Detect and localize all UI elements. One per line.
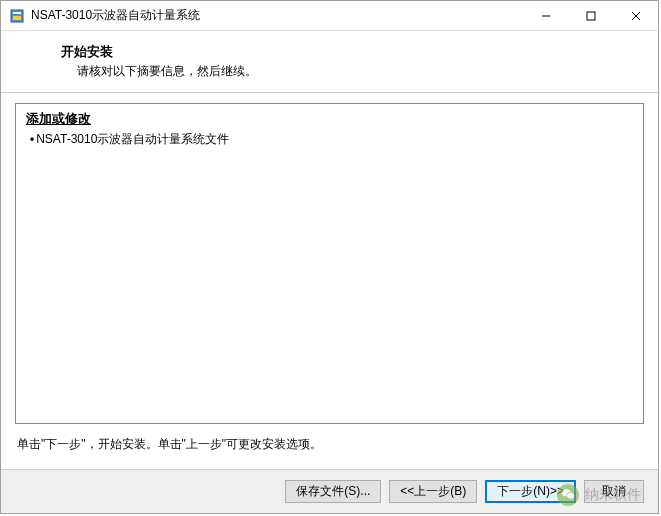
header-section: 开始安装 请核对以下摘要信息，然后继续。	[1, 31, 658, 93]
titlebar-controls	[523, 1, 658, 30]
svg-rect-1	[13, 12, 21, 14]
content-area: 添加或修改 •NSAT-3010示波器自动计量系统文件 单击"下一步"，开始安装…	[1, 93, 658, 469]
page-title: 开始安装	[61, 43, 658, 61]
next-button[interactable]: 下一步(N)>>	[485, 480, 576, 503]
instruction-text: 单击"下一步"，开始安装。单击"上一步"可更改安装选项。	[15, 432, 644, 461]
section-title: 添加或修改	[26, 110, 633, 128]
page-subtitle: 请核对以下摘要信息，然后继续。	[61, 63, 658, 80]
cancel-button[interactable]: 取消	[584, 480, 644, 503]
app-icon	[9, 8, 25, 24]
svg-rect-2	[13, 16, 21, 20]
bullet-icon: •	[30, 132, 34, 146]
back-button[interactable]: <<上一步(B)	[389, 480, 477, 503]
installer-window: NSAT-3010示波器自动计量系统 开始安装 请核对以下摘要信息，然后继续。 …	[0, 0, 659, 514]
maximize-button[interactable]	[568, 1, 613, 30]
save-file-button[interactable]: 保存文件(S)...	[285, 480, 381, 503]
minimize-button[interactable]	[523, 1, 568, 30]
list-item-label: NSAT-3010示波器自动计量系统文件	[36, 132, 229, 146]
close-button[interactable]	[613, 1, 658, 30]
summary-box: 添加或修改 •NSAT-3010示波器自动计量系统文件	[15, 103, 644, 424]
footer-bar: 保存文件(S)... <<上一步(B) 下一步(N)>> 取消	[1, 469, 658, 513]
svg-rect-4	[587, 12, 595, 20]
titlebar: NSAT-3010示波器自动计量系统	[1, 1, 658, 31]
window-title: NSAT-3010示波器自动计量系统	[31, 7, 523, 24]
list-item: •NSAT-3010示波器自动计量系统文件	[26, 131, 633, 148]
